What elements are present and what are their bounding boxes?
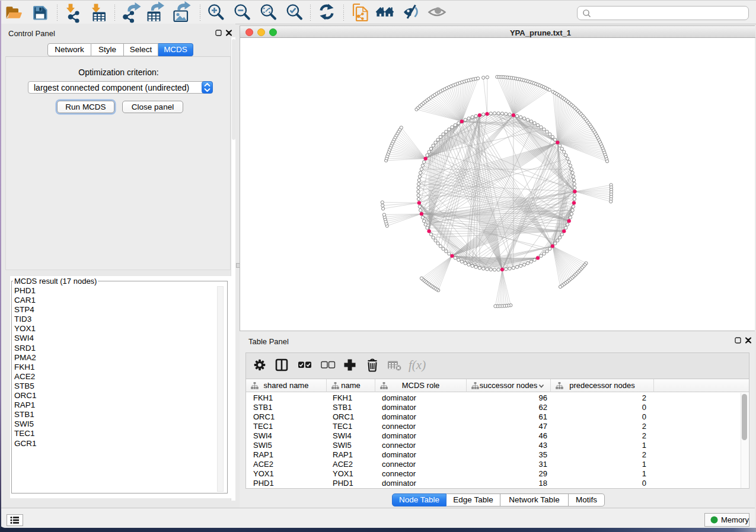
svg-text:f(x): f(x) [409,358,426,372]
